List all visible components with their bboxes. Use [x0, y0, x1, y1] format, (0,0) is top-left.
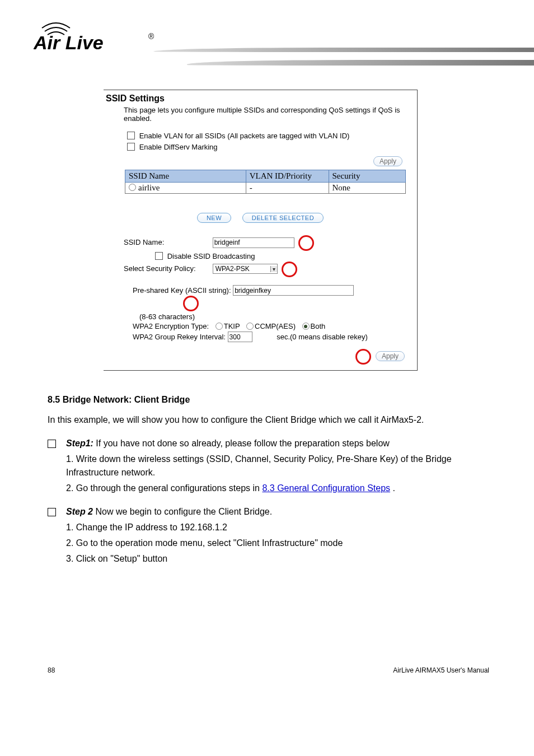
apply-top-button[interactable]: Apply: [373, 156, 402, 166]
ssid-table: SSID Name VLAN ID/Priority Security airl…: [125, 170, 406, 194]
rekey-label: WPA2 Group Rekey Interval:: [133, 333, 226, 341]
step1-item2a: 2. Go through the general configurations…: [66, 483, 262, 493]
new-button[interactable]: NEW: [197, 213, 231, 223]
ssid-name-input[interactable]: [213, 237, 294, 248]
step1-item1: 1. Write down the wireless settings (SSI…: [66, 452, 489, 479]
row-ssid: airlive: [138, 183, 160, 192]
table-row[interactable]: airlive - None: [125, 183, 406, 194]
brand-logo: Air Live ®: [34, 17, 157, 58]
rekey-input[interactable]: [228, 332, 252, 342]
step2-item2: 2. Go to the operation mode menu, select…: [66, 536, 343, 550]
row-radio[interactable]: [129, 184, 136, 191]
disable-broadcast-checkbox[interactable]: [155, 252, 163, 260]
psk-hint: (8-63 characters): [139, 312, 405, 321]
enc-both-label: Both: [311, 322, 326, 330]
psk-label: Pre-shared Key (ASCII string):: [133, 286, 231, 295]
step2-item3: 3. Click on "Setup" button: [66, 552, 343, 566]
step1-item2c: .: [393, 483, 395, 493]
enc-ccmp-label: CCMP(AES): [255, 322, 296, 330]
highlight-circle-icon: [298, 235, 314, 251]
enable-diffserv-checkbox[interactable]: [127, 143, 135, 151]
bullet-square-icon: [48, 508, 56, 516]
security-policy-label: Select Security Policy:: [124, 264, 210, 273]
enable-vlan-checkbox[interactable]: [127, 132, 135, 139]
highlight-circle-icon: [355, 349, 371, 365]
svg-text:®: ®: [148, 32, 154, 41]
header-decoration: [153, 48, 534, 81]
intro-paragraph: In this example, we will show you how to…: [48, 413, 489, 427]
step2-text: Now we begin to configure the Client Bri…: [95, 507, 272, 516]
th-ssid-name: SSID Name: [125, 170, 246, 183]
row-security: None: [329, 183, 405, 194]
th-security: Security: [329, 170, 405, 183]
footer-tagline: AirLive AIRMAX5 User's Manual: [393, 666, 489, 674]
highlight-circle-icon: [183, 296, 199, 311]
th-vlan: VLAN ID/Priority: [246, 170, 329, 183]
step1-text: If you have not done so already, please …: [96, 438, 389, 448]
encryption-type-label: WPA2 Encryption Type:: [133, 322, 209, 330]
enable-diffserv-label: Enable DiffServ Marking: [139, 143, 218, 151]
enc-tkip-label: TKIP: [224, 322, 240, 330]
apply-bottom-button[interactable]: Apply: [376, 351, 405, 361]
security-policy-select[interactable]: WPA2-PSK▾: [213, 264, 278, 274]
disable-broadcast-label: Disable SSID Broadcasting: [167, 252, 255, 260]
ssid-name-label: SSID Name:: [124, 238, 210, 246]
cross-ref-link[interactable]: 8.3 General Configuration Steps: [262, 483, 390, 493]
enc-ccmp-radio[interactable]: [246, 323, 254, 330]
page-number: 88: [48, 666, 55, 674]
step1-heading: Step1:: [66, 438, 93, 448]
chevron-down-icon: ▾: [270, 266, 277, 272]
row-vlan: -: [246, 183, 329, 194]
step2-item1: 1. Change the IP address to 192.168.1.2: [66, 521, 343, 534]
psk-input[interactable]: [233, 285, 354, 296]
ssid-settings-panel: SSID Settings This page lets you configu…: [104, 90, 418, 371]
section-number: 8.5: [48, 395, 60, 404]
step2-heading: Step 2: [66, 507, 93, 516]
enc-tkip-radio[interactable]: [216, 323, 223, 330]
section-title: Bridge Network: Client Bridge: [63, 395, 190, 404]
panel-title: SSID Settings: [106, 94, 417, 104]
panel-description: This page lets you configure multiple SS…: [124, 106, 413, 123]
security-policy-value: WPA2-PSK: [213, 264, 270, 273]
rekey-hint: sec.(0 means disable rekey): [277, 333, 368, 341]
bullet-square-icon: [48, 440, 56, 448]
delete-selected-button[interactable]: DELETE SELECTED: [242, 213, 324, 223]
enc-both-radio[interactable]: [302, 323, 310, 330]
highlight-circle-icon: [282, 262, 297, 277]
svg-text:Air Live: Air Live: [34, 32, 104, 53]
enable-vlan-label: Enable VLAN for all SSIDs (All packets a…: [139, 132, 350, 140]
